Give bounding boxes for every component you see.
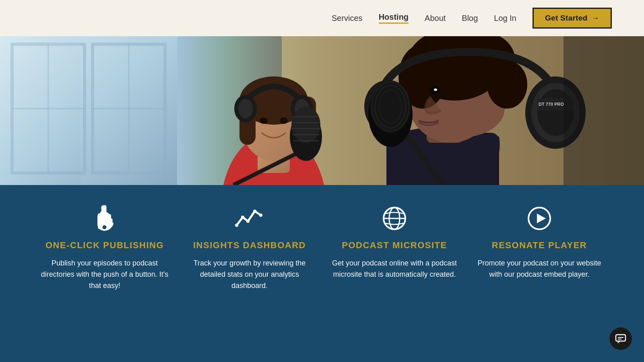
svg-point-59 [103,225,107,229]
svg-point-23 [291,107,320,143]
svg-point-15 [260,117,268,124]
hero-section: DT 770 PRO [0,36,644,185]
touch-icon [94,205,115,231]
svg-point-65 [259,214,262,217]
nav-login[interactable]: Log In [494,14,516,23]
feature-insights-title: INSIGHTS DASHBOARD [193,240,306,251]
nav-blog[interactable]: Blog [462,14,478,23]
feature-microsite-title: PODCAST MICROSITE [342,240,447,251]
feature-player-desc: Promote your podcast on your website wit… [475,258,604,280]
header: Services Hosting About Blog Log In Get S… [0,0,644,36]
svg-rect-51 [0,36,80,185]
globe-icon [382,205,407,231]
nav-hosting[interactable]: Hosting [379,12,409,24]
svg-point-61 [235,224,238,227]
play-icon [527,205,551,231]
feature-resonate-player: RESONATE PLAYER Promote your podcast on … [475,205,604,280]
svg-marker-70 [537,214,546,223]
feature-microsite-desc: Get your podcast online with a podcast m… [330,258,459,280]
feature-one-click-desc: Publish your episodes to podcast directo… [40,258,169,292]
svg-point-63 [246,220,250,223]
nav-about[interactable]: About [425,14,446,23]
nav-services[interactable]: Services [332,14,363,23]
svg-point-16 [280,117,288,124]
get-started-button[interactable]: Get Started → [533,8,612,29]
svg-point-35 [487,60,527,109]
feature-podcast-microsite: PODCAST MICROSITE Get your podcast onlin… [330,205,459,280]
chat-button[interactable] [609,327,632,350]
svg-rect-52 [564,36,644,185]
feature-insights-dashboard: INSIGHTS DASHBOARD Track your growth by … [185,205,314,292]
features-section: ONE-CLICK PUBLISHING Publish your episod… [0,185,644,362]
svg-point-37 [434,88,437,91]
feature-one-click-title: ONE-CLICK PUBLISHING [45,240,164,251]
nav: Services Hosting About Blog Log In [332,12,516,24]
feature-player-title: RESONATE PLAYER [492,240,587,251]
chart-icon [235,205,265,231]
svg-point-47 [370,80,411,133]
feature-one-click-publishing: ONE-CLICK PUBLISHING Publish your episod… [40,205,169,292]
svg-text:DT 770 PRO: DT 770 PRO [539,102,564,107]
svg-point-64 [253,210,256,213]
chat-icon [615,333,626,344]
svg-point-62 [241,216,244,219]
get-started-label: Get Started [545,14,588,23]
feature-insights-desc: Track your growth by reviewing the detai… [185,258,314,292]
hero-image: DT 770 PRO [0,36,644,185]
svg-point-18 [238,99,253,118]
arrow-icon: → [592,14,599,23]
